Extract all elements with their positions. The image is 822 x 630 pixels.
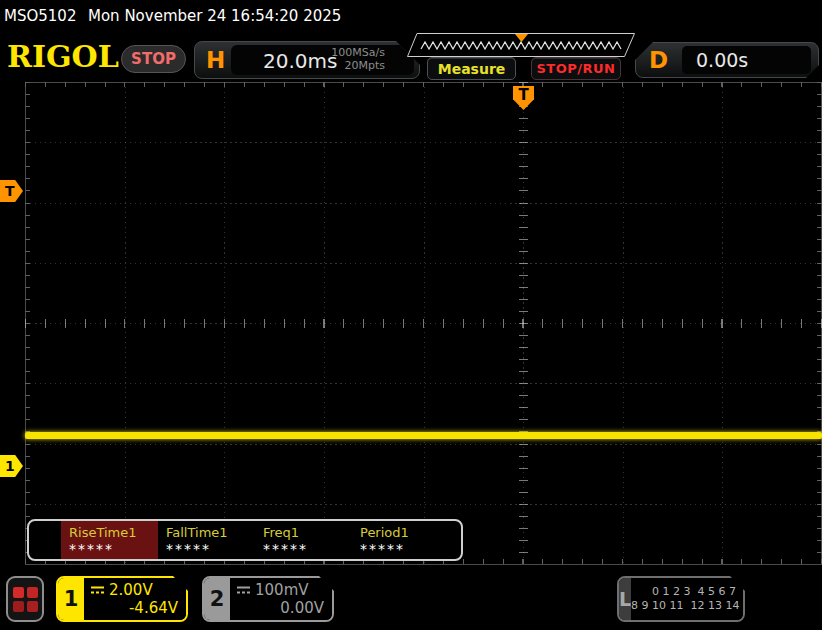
channel1-tab[interactable]: 1 bbox=[58, 578, 84, 620]
logic-row-2: 8 9 10 11 12 13 14 15 bbox=[631, 599, 745, 613]
waveform-overview-strip[interactable] bbox=[407, 33, 635, 57]
channel1-ground-marker[interactable]: 1 bbox=[0, 455, 23, 477]
top-status-bar: MSO5102 Mon November 24 16:54:20 2025 bbox=[0, 0, 822, 30]
channel2-offset: 0.00V bbox=[236, 599, 324, 617]
d-label: D bbox=[649, 47, 668, 73]
memory-depth: 20Mpts bbox=[331, 59, 385, 72]
overview-waveform-icon bbox=[407, 33, 635, 57]
logic-analyzer-tab[interactable]: L bbox=[619, 578, 631, 620]
measurement-value: ***** bbox=[69, 541, 158, 557]
measurement-label: RiseTime1 bbox=[69, 525, 158, 540]
windows-menu-button[interactable] bbox=[6, 576, 44, 622]
measurement-value: ***** bbox=[263, 541, 352, 557]
trigger-position-marker[interactable]: T bbox=[513, 86, 534, 110]
measurement-label: Freq1 bbox=[263, 525, 352, 540]
measurement-value: ***** bbox=[166, 541, 255, 557]
horizontal-timebase-control[interactable]: H 20.0ms 100MSa/s 20Mpts bbox=[194, 41, 420, 79]
logic-channel-list: 0 1 2 3 4 5 6 7 8 9 10 11 12 13 14 15 bbox=[631, 578, 745, 620]
measurement-panel: RiseTime1 ***** FallTime1 ***** Freq1 **… bbox=[27, 519, 463, 561]
measurement-value: ***** bbox=[360, 541, 449, 557]
oscilloscope-screen: MSO5102 Mon November 24 16:54:20 2025 RI… bbox=[0, 0, 822, 630]
logic-row-1: 0 1 2 3 4 5 6 7 bbox=[652, 585, 736, 599]
measure-button[interactable]: Measure bbox=[427, 57, 516, 80]
bottom-status-bar: 1 2.00V -4.64V 2 bbox=[0, 570, 822, 630]
channel1-values: 2.00V -4.64V bbox=[84, 578, 186, 620]
channel1-offset: -4.64V bbox=[90, 599, 178, 617]
red-square-icon bbox=[13, 587, 24, 598]
measurement-label: Period1 bbox=[360, 525, 449, 540]
datetime-label: Mon November 24 16:54:20 2025 bbox=[88, 7, 341, 25]
timebase-value: 20.0ms bbox=[263, 49, 337, 73]
delay-value: 0.00s bbox=[696, 49, 748, 71]
channel2-tab[interactable]: 2 bbox=[204, 578, 230, 620]
dc-coupling-icon bbox=[236, 585, 251, 595]
measurement-label: FallTime1 bbox=[166, 525, 255, 540]
grid-top-ticks bbox=[25, 82, 822, 87]
channel2-values: 100mV 0.00V bbox=[230, 578, 332, 620]
channel1-scale: 2.00V bbox=[109, 581, 153, 599]
grid-bottom-edge bbox=[25, 564, 822, 565]
channel1-waveform-trace bbox=[25, 432, 822, 439]
graticule-area: T T 1 bbox=[0, 80, 822, 566]
channel1-status-block[interactable]: 1 2.00V -4.64V bbox=[56, 576, 188, 622]
red-square-icon bbox=[13, 601, 24, 612]
red-square-icon bbox=[27, 601, 38, 612]
measurement-period[interactable]: Period1 ***** bbox=[352, 521, 449, 559]
center-horizontal-axis-ticks bbox=[25, 319, 822, 328]
dc-coupling-icon bbox=[90, 585, 105, 595]
model-label: MSO5102 bbox=[4, 7, 76, 25]
measurement-risetime[interactable]: RiseTime1 ***** bbox=[61, 521, 158, 559]
acquisition-info: 100MSa/s 20Mpts bbox=[331, 46, 385, 72]
measurement-falltime[interactable]: FallTime1 ***** bbox=[158, 521, 255, 559]
stop-run-button[interactable]: STOP/RUN bbox=[531, 57, 621, 80]
channel2-scale: 100mV bbox=[255, 581, 309, 599]
logic-analyzer-status-block[interactable]: L 0 1 2 3 4 5 6 7 8 9 10 11 12 13 14 15 bbox=[617, 576, 745, 622]
sample-rate: 100MSa/s bbox=[331, 46, 385, 59]
run-state-badge: STOP bbox=[121, 45, 186, 73]
channel2-status-block[interactable]: 2 100mV 0.00V bbox=[202, 576, 334, 622]
trigger-level-marker[interactable]: T bbox=[0, 180, 23, 202]
trigger-delay-control[interactable]: D 0.00s bbox=[635, 42, 819, 78]
measurement-freq[interactable]: Freq1 ***** bbox=[255, 521, 352, 559]
red-square-icon bbox=[27, 587, 38, 598]
header-bar: RIGOL STOP H 20.0ms 100MSa/s 20Mpts Meas… bbox=[0, 30, 822, 80]
h-label: H bbox=[206, 47, 225, 73]
rigol-logo: RIGOL bbox=[7, 39, 119, 74]
